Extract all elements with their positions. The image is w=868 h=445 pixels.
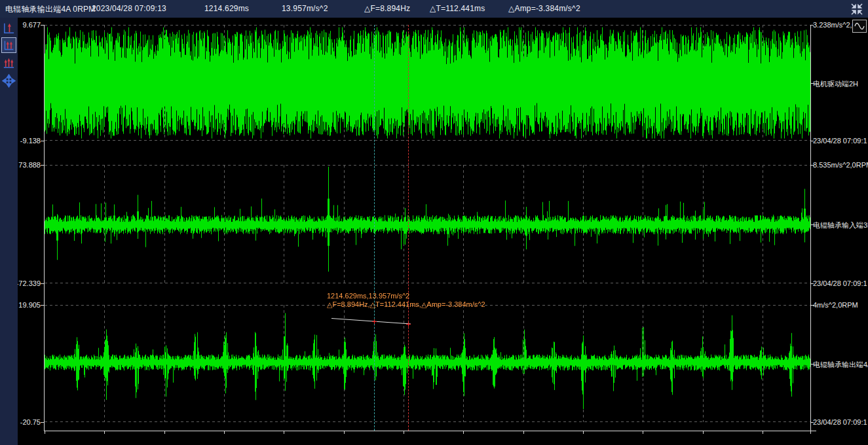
cursor-line-reference[interactable] bbox=[374, 25, 375, 431]
x-axis-tick bbox=[404, 431, 404, 434]
timestamp-label: 23/04/28 07:09:1 bbox=[813, 137, 868, 145]
waveform-canvas-3[interactable] bbox=[45, 305, 810, 422]
harmonic-cursor-tool-icon[interactable] bbox=[1, 55, 16, 71]
y-max-label: 19.905 bbox=[15, 301, 41, 309]
y-max-label: 73.888 bbox=[15, 161, 41, 169]
waveform-canvas-1[interactable] bbox=[45, 25, 810, 141]
tool-sidebar bbox=[0, 18, 18, 445]
x-axis-tick bbox=[463, 431, 464, 434]
status-cursor-time: 1214.629ms bbox=[204, 4, 249, 13]
x-axis-tick bbox=[763, 431, 763, 434]
right-border-line bbox=[810, 25, 811, 431]
dual-cursor-tool-icon[interactable] bbox=[1, 37, 16, 53]
range-rpm-label: 8.535m/s^2,0RPM bbox=[813, 161, 868, 169]
plot-area: 0ms2004006008001000120014001600180020002… bbox=[0, 18, 868, 445]
y-axis-tick bbox=[41, 422, 45, 423]
x-axis-tick bbox=[643, 431, 643, 434]
status-channel: 电辊轴承输出端4A 0RPM bbox=[5, 4, 96, 15]
x-axis-tick bbox=[164, 431, 165, 434]
y-max-label: 9.677 bbox=[15, 21, 41, 29]
channel-name-label: 电辊轴承输入端3H bbox=[813, 221, 868, 230]
channel-name-label: 电机驱动端2H bbox=[813, 79, 868, 89]
status-delta-frequency: △F=8.894Hz bbox=[364, 4, 410, 13]
timestamp-label: 23/04/28 07:09:1 bbox=[813, 279, 868, 287]
waveform-mode-button[interactable] bbox=[852, 20, 867, 33]
x-axis-tick bbox=[583, 431, 584, 434]
sine-wave-icon bbox=[854, 22, 865, 30]
x-axis-tick bbox=[703, 431, 704, 434]
collapse-icon[interactable] bbox=[850, 2, 864, 16]
single-cursor-tool-icon[interactable] bbox=[1, 20, 16, 36]
range-rpm-label: 4m/s^2,0RPM bbox=[813, 301, 868, 309]
y-min-label: -72.339 bbox=[15, 279, 41, 287]
waveform-canvas-2[interactable] bbox=[45, 165, 810, 283]
x-axis-tick bbox=[810, 431, 811, 434]
x-axis-tick bbox=[45, 431, 45, 434]
x-axis-tick bbox=[284, 431, 284, 434]
cursor-marker-active bbox=[408, 322, 409, 327]
y-axis-tick bbox=[41, 141, 45, 141]
timestamp-label: 23/04/28 07:09:1 bbox=[813, 418, 868, 426]
cursor-line-active[interactable] bbox=[408, 25, 409, 431]
x-axis-line bbox=[44, 431, 816, 431]
status-cursor-amplitude: 13.957m/s^2 bbox=[282, 4, 328, 13]
x-axis-tick bbox=[523, 431, 524, 434]
cursor-annotation: 1214.629ms,13.957m/s^2 △F=8.894Hz,△T=112… bbox=[327, 292, 485, 309]
x-axis-tick bbox=[344, 431, 345, 434]
y-min-label: -20.75 bbox=[15, 418, 41, 426]
y-min-label: -9.138 bbox=[15, 137, 41, 145]
annotation-line1: 1214.629ms,13.957m/s^2 bbox=[327, 292, 485, 300]
cursor-marker-reference bbox=[374, 319, 375, 324]
status-delta-time: △T=112.441ms bbox=[430, 4, 485, 13]
status-delta-amplitude: △Amp=-3.384m/s^2 bbox=[508, 4, 580, 13]
annotation-line2: △F=8.894Hz,△T=112.441ms,△Amp=-3.384m/s^2 bbox=[327, 300, 485, 309]
channel-name-label: 电辊轴承输出端4A bbox=[813, 360, 868, 370]
x-axis-tick bbox=[104, 431, 105, 434]
x-axis-tick bbox=[224, 431, 225, 434]
top-status-bar: 电辊轴承输出端4A 0RPM 2023/04/28 07:09:13 1214.… bbox=[0, 0, 868, 18]
y-axis-tick bbox=[41, 283, 45, 284]
status-datetime: 2023/04/28 07:09:13 bbox=[92, 4, 166, 13]
pan-tool-icon[interactable] bbox=[1, 73, 16, 88]
